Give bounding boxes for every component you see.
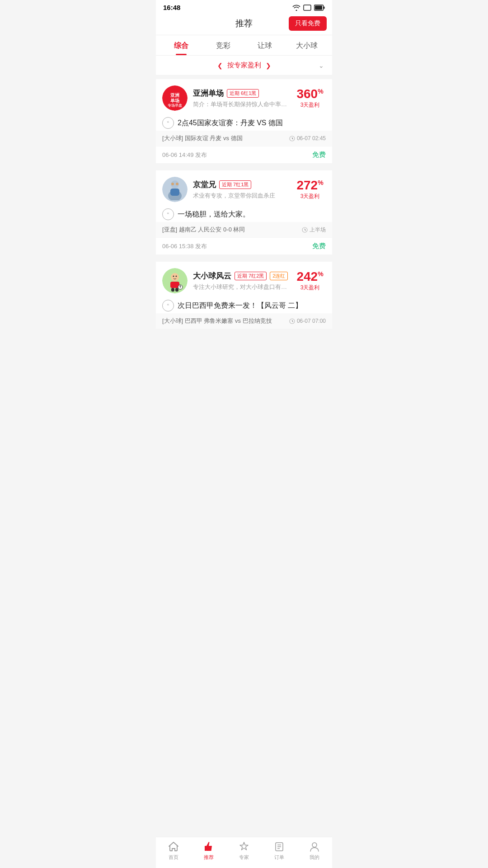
- match-time-3: 06-07 07:00: [289, 318, 326, 324]
- profit-num-2: 272%: [294, 179, 326, 193]
- card-1: 亚洲 单场 专场早盘 亚洲单场 近期 6红1黑 简介：单场哥长期保持惊人命中率，…: [156, 79, 332, 163]
- expert-row-3: 大小球风云 近期 7红2黑 2连红 专注大小球研究，对大小球盘口有自己一... …: [156, 262, 332, 297]
- match-time-1: 06-07 02:45: [289, 135, 326, 142]
- svg-point-14: [173, 276, 174, 277]
- profit-label-1: 3天盈利: [294, 101, 326, 109]
- clock-icon-3: [289, 318, 295, 324]
- post-title-row-2: “ 一场稳胆，送给大家。: [156, 206, 332, 222]
- svg-rect-9: [170, 189, 179, 196]
- profit-box-2: 272% 3天盈利: [294, 179, 326, 200]
- expert-info-3: 大小球风云 近期 7红2黑 2连红 专注大小球研究，对大小球盘口有自己一...: [193, 271, 289, 291]
- price-label-2: 免费: [312, 242, 326, 250]
- match-info-3: [大小球] 巴西甲 弗鲁米嫩塞 vs 巴拉纳竞技 06-07 07:00: [156, 313, 332, 329]
- expert-info-2: 京堂兄 近期 7红1黑 术业有专攻，京堂带你回血杀庄: [193, 179, 289, 200]
- match-detail-2: [亚盘] 越南乙 人民公安 0-0 林同: [162, 226, 245, 234]
- sort-chevron-icon[interactable]: ⌄: [319, 62, 324, 69]
- card-2: 京堂兄 近期 7红1黑 术业有专攻，京堂带你回血杀庄 272% 3天盈利 “ 一…: [156, 170, 332, 255]
- profit-num-1: 360%: [294, 87, 326, 101]
- match-info-2: [亚盘] 越南乙 人民公安 0-0 林同 上半场: [156, 222, 332, 237]
- expert-badge-2: 近期 7红1黑: [219, 180, 251, 189]
- expert-name-1: 亚洲单场: [193, 88, 224, 99]
- expert-desc-2: 术业有专攻，京堂带你回血杀庄: [193, 192, 289, 200]
- post-title-row-3: “ 次日巴西甲免费来一发！【风云哥 二】: [156, 297, 332, 313]
- card-3: 大小球风云 近期 7红2黑 2连红 专注大小球研究，对大小球盘口有自己一... …: [156, 262, 332, 329]
- profit-num-3: 242%: [294, 270, 326, 284]
- expert-name-row-1: 亚洲单场 近期 6红1黑: [193, 88, 289, 99]
- match-detail-1: [大小球] 国际友谊 丹麦 vs 德国: [162, 134, 243, 142]
- quote-icon-1: “: [162, 117, 174, 129]
- expert-info-1: 亚洲单场 近期 6红1黑 简介：单场哥长期保持惊人命中率，专注...: [193, 88, 289, 108]
- expert-avatar-1: 亚洲 单场 专场早盘: [162, 85, 188, 111]
- profit-box-1: 360% 3天盈利: [294, 87, 326, 109]
- header-title: 推荐: [235, 18, 253, 29]
- quote-icon-3: “: [162, 300, 174, 311]
- svg-point-7: [171, 183, 174, 185]
- sort-bar: ❮ 按专家盈利 ❯ ⌄: [156, 56, 332, 75]
- post-title-1: 2点45国家友谊赛：丹麦 VS 德国: [178, 118, 283, 128]
- tab-zonghe[interactable]: 综合: [160, 35, 202, 55]
- divider-3: [156, 258, 332, 262]
- expert-desc-3: 专注大小球研究，对大小球盘口有自己一...: [193, 283, 289, 291]
- match-detail-3: [大小球] 巴西甲 弗鲁米嫩塞 vs 巴拉纳竞技: [162, 317, 272, 325]
- post-footer-1: 06-06 14:49 发布 免费: [156, 146, 332, 163]
- battery-icon: [314, 5, 325, 11]
- expert-badge-1: 近期 6红1黑: [227, 89, 259, 98]
- screen-icon: [303, 5, 311, 11]
- sort-label[interactable]: 按专家盈利: [227, 61, 261, 70]
- tab-jingcai[interactable]: 竞彩: [202, 35, 244, 55]
- expert-row-2: 京堂兄 近期 7红1黑 术业有专攻，京堂带你回血杀庄 272% 3天盈利: [156, 170, 332, 206]
- post-date-1: 06-06 14:49 发布: [162, 151, 207, 159]
- avatar-cartoon-3: [162, 268, 188, 293]
- header: 推荐 只看免费: [156, 13, 332, 35]
- profit-box-3: 242% 3天盈利: [294, 270, 326, 292]
- svg-rect-0: [304, 5, 311, 10]
- expert-avatar-2: [162, 177, 188, 202]
- post-title-3: 次日巴西甲免费来一发！【风云哥 二】: [178, 301, 302, 311]
- avatar-asia: 亚洲 单场 专场早盘: [162, 85, 188, 111]
- expert-badge-3: 近期 7红2黑: [235, 272, 267, 280]
- expert-row-1: 亚洲 单场 专场早盘 亚洲单场 近期 6红1黑 简介：单场哥长期保持惊人命中率，…: [156, 79, 332, 114]
- match-info-1: [大小球] 国际友谊 丹麦 vs 德国 06-07 02:45: [156, 131, 332, 146]
- expert-name-row-3: 大小球风云 近期 7红2黑 2连红: [193, 271, 289, 281]
- post-title-row-1: “ 2点45国家友谊赛：丹麦 VS 德国: [156, 114, 332, 131]
- tab-bar: 综合 竞彩 让球 大小球: [156, 35, 332, 56]
- expert-avatar-3: [162, 268, 188, 293]
- expert-badge-streak-3: 2连红: [270, 272, 288, 280]
- post-date-2: 06-06 15:38 发布: [162, 242, 207, 250]
- profit-label-2: 3天盈利: [294, 193, 326, 200]
- svg-point-15: [176, 276, 177, 277]
- price-label-1: 免费: [312, 151, 326, 159]
- expert-name-2: 京堂兄: [193, 179, 216, 190]
- clock-icon-1: [289, 136, 295, 142]
- divider-2: [156, 167, 332, 170]
- expert-name-3: 大小球风云: [193, 271, 231, 281]
- post-title-2: 一场稳胆，送给大家。: [178, 210, 250, 219]
- status-bar: 16:48: [156, 0, 332, 13]
- svg-point-13: [171, 273, 179, 281]
- avatar-photo-2: [162, 177, 188, 202]
- tab-daxiaoqiu[interactable]: 大小球: [286, 35, 328, 55]
- main-content: 亚洲 单场 专场早盘 亚洲单场 近期 6红1黑 简介：单场哥长期保持惊人命中率，…: [156, 75, 332, 364]
- status-time: 16:48: [163, 4, 180, 11]
- status-icons: [292, 5, 325, 11]
- sort-next-arrow[interactable]: ❯: [266, 62, 271, 69]
- profit-label-3: 3天盈利: [294, 284, 326, 292]
- free-only-button[interactable]: 只看免费: [289, 16, 327, 31]
- expert-name-row-2: 京堂兄 近期 7红1黑: [193, 179, 289, 190]
- svg-rect-2: [315, 5, 322, 9]
- svg-point-8: [176, 183, 178, 185]
- match-time-2: 上半场: [302, 226, 326, 234]
- wifi-icon: [292, 5, 300, 11]
- svg-rect-17: [175, 288, 178, 292]
- sort-prev-arrow[interactable]: ❮: [217, 62, 223, 69]
- svg-rect-3: [324, 6, 325, 9]
- clock-icon-2: [302, 227, 308, 233]
- divider-top: [156, 75, 332, 79]
- expert-desc-1: 简介：单场哥长期保持惊人命中率，专注...: [193, 100, 289, 108]
- quote-icon-2: “: [162, 208, 174, 220]
- tab-rangqiu[interactable]: 让球: [244, 35, 286, 55]
- post-footer-2: 06-06 15:38 发布 免费: [156, 237, 332, 255]
- svg-rect-16: [171, 288, 174, 292]
